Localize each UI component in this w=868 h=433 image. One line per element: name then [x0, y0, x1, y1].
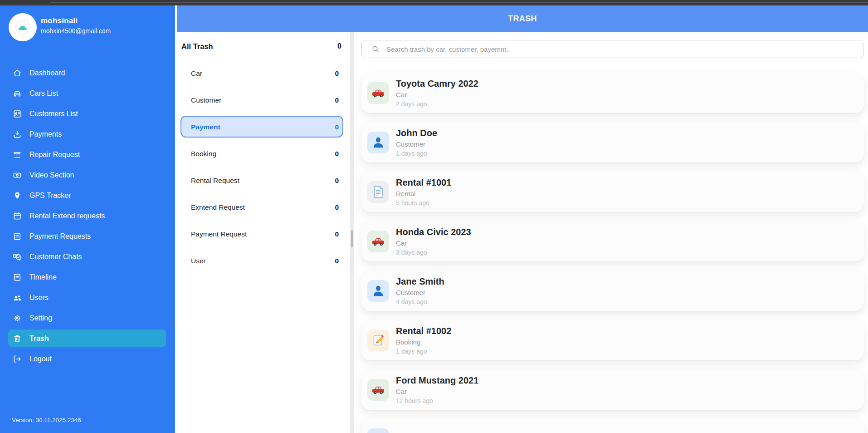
restore-button[interactable] — [819, 285, 831, 297]
user-email: mohxin4500@gmail.com — [41, 27, 111, 34]
trash-item-text: John Doe Customer 1 days ago — [396, 128, 437, 157]
sidebar-item-video-section[interactable]: Video Section — [0, 165, 175, 185]
trash-item-text: Honda Civic 2023 Car 3 days ago — [396, 226, 471, 256]
category-count: 0 — [335, 230, 339, 238]
trash-item-text: Rental #1002 Booking 1 days ago — [396, 325, 451, 355]
sidebar-item-timeline[interactable]: Timeline — [0, 267, 175, 287]
category-label: Booking — [191, 150, 216, 158]
sidebar-item-repair-request[interactable]: Repair Request — [0, 144, 175, 165]
scrollbar-thumb[interactable] — [351, 230, 353, 247]
delete-forever-button[interactable] — [839, 235, 851, 248]
category-label: Customer — [191, 96, 221, 104]
restore-button[interactable] — [819, 384, 831, 396]
delete-forever-button[interactable] — [839, 334, 851, 347]
delete-forever-button[interactable] — [839, 285, 851, 297]
version-label: Version: 30.11.2025.2346 — [12, 417, 81, 423]
trash-item-card: John Doe Customer 1 days ago — [361, 122, 864, 162]
sidebar-item-payments[interactable]: Payments — [0, 124, 175, 144]
sidebar-item-label: Rental Extend requests — [29, 212, 105, 220]
sidebar-item-dashboard[interactable]: Dashboard — [0, 63, 175, 83]
trash-list-panel: Toyota Camry 2022 Car 2 days ago John Do… — [354, 32, 868, 433]
user-profile: mohsinali mohxin4500@gmail.com — [0, 5, 175, 63]
document-icon — [367, 181, 389, 203]
restore-button[interactable] — [819, 235, 831, 248]
delete-forever-button[interactable] — [839, 136, 851, 149]
trash-item-title: Ford Mustang 2021 — [396, 375, 478, 386]
category-all-trash[interactable]: All Trash 0 — [175, 35, 350, 57]
trash-categories-panel: All Trash 0 Car 0 Customer 0 Payment 0 B… — [175, 32, 350, 433]
sidebar-item-label: Timeline — [29, 273, 57, 281]
trash-item-actions — [819, 136, 851, 149]
trash-item-title: Jane Smith — [396, 276, 444, 287]
category-label: Rental Request — [191, 177, 239, 185]
gear-icon — [12, 313, 22, 323]
sidebar-item-customers-list[interactable]: Customers List — [0, 103, 175, 124]
trash-item-text: Rental #1001 Rental 5 hours ago — [396, 177, 451, 207]
sidebar-item-customer-chats[interactable]: Customer Chats — [0, 246, 175, 267]
trash-item-time: 5 hours ago — [396, 199, 451, 207]
car-icon — [367, 82, 389, 104]
category-all-trash-count: 0 — [337, 42, 341, 50]
trash-item-type: Customer — [396, 288, 444, 297]
restore-button[interactable] — [819, 334, 831, 347]
trash-item-time: 1 days ago — [396, 347, 451, 355]
avatar-car-icon — [16, 20, 29, 34]
sidebar-item-label: Users — [29, 294, 49, 302]
trash-item-text: Jane Smith Customer 4 days ago — [396, 276, 444, 306]
trash-item-title: Rental #1002 — [396, 325, 451, 337]
category-count: 0 — [335, 123, 339, 131]
category-user[interactable]: User 0 — [175, 247, 350, 274]
trash-item-title: Toyota Camry 2022 — [396, 78, 478, 89]
category-rental-request[interactable]: Rental Request 0 — [175, 167, 350, 194]
trash-item-card: Rental #1002 Booking 1 days ago — [361, 320, 864, 360]
video-camera-icon — [12, 170, 22, 180]
sidebar-item-label: Logout — [29, 355, 52, 363]
home-icon — [12, 68, 22, 78]
sidebar-item-label: Video Section — [29, 171, 74, 179]
sidebar-item-label: Payments — [29, 130, 62, 138]
category-payment-request[interactable]: Payment Request 0 — [175, 221, 350, 247]
delete-forever-button[interactable] — [839, 384, 851, 396]
user-name: mohsinali — [41, 16, 111, 25]
app-window: mohsinali mohxin4500@gmail.com Dashboard… — [0, 0, 868, 433]
sidebar-item-logout[interactable]: Logout — [0, 349, 175, 369]
category-label: Payment — [191, 123, 220, 131]
trash-item-text: Toyota Camry 2022 Car 2 days ago — [396, 78, 478, 108]
search-input[interactable] — [386, 45, 857, 53]
category-booking[interactable]: Booking 0 — [175, 140, 350, 167]
category-customer[interactable]: Customer 0 — [175, 87, 350, 113]
document-icon — [12, 272, 22, 282]
sidebar-item-rental-extend-requests[interactable]: Rental Extend requests — [0, 206, 175, 226]
trash-item-card: Mike Johnson — [361, 419, 864, 433]
sidebar-item-label: Customer Chats — [29, 253, 82, 261]
categories-scrollbar[interactable] — [350, 32, 354, 433]
page-header: TRASH — [177, 5, 868, 32]
category-car[interactable]: Car 0 — [175, 60, 350, 87]
trash-item-type: Rental — [396, 189, 451, 198]
trash-item-card: Honda Civic 2023 Car 3 days ago — [361, 221, 864, 261]
restore-button[interactable] — [819, 87, 831, 99]
delete-forever-button[interactable] — [839, 87, 851, 99]
sidebar-item-cars-list[interactable]: Cars List — [0, 83, 175, 103]
restore-button[interactable] — [819, 186, 831, 198]
category-count: 0 — [335, 69, 339, 78]
trash-item-title: Rental #1001 — [396, 177, 451, 188]
trash-item-time: 3 days ago — [396, 248, 471, 256]
car-icon — [367, 231, 389, 252]
sidebar-item-payment-requests[interactable]: Payment Requests — [0, 226, 175, 246]
person-icon — [367, 132, 389, 153]
sidebar-menu: Dashboard Cars List Customers List Payme… — [0, 63, 175, 369]
sidebar-item-trash[interactable]: Trash — [0, 328, 175, 349]
sidebar-item-label: Payment Requests — [29, 232, 91, 241]
trash-item-actions — [819, 87, 851, 99]
restore-button[interactable] — [819, 136, 831, 149]
person-icon — [367, 428, 389, 433]
category-exntend-request[interactable]: Exntend Request 0 — [175, 194, 350, 221]
sidebar-item-users[interactable]: Users — [0, 287, 175, 308]
category-count: 0 — [335, 203, 339, 212]
sidebar-item-setting[interactable]: Setting — [0, 308, 175, 328]
category-payment[interactable]: Payment 0 — [175, 113, 350, 140]
sidebar-item-gps-tracker[interactable]: GPS Tracker — [0, 185, 175, 206]
delete-forever-button[interactable] — [839, 186, 851, 198]
trash-item-time: 2 days ago — [396, 100, 478, 108]
